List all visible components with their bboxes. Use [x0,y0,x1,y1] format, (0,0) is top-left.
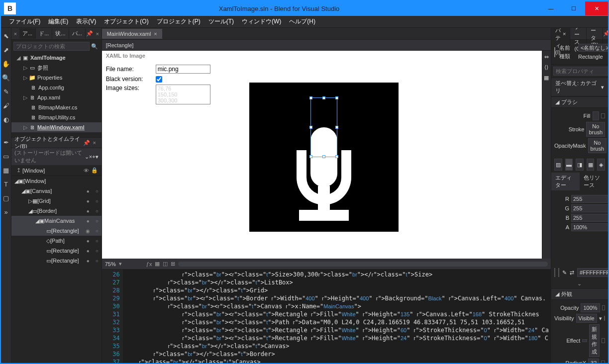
close-icon[interactable]: × [91,140,99,146]
color-resource-tab[interactable]: 色リソース [580,173,608,190]
tile-brush-tab[interactable]: ▦ [587,159,595,171]
name-input[interactable] [578,44,608,52]
tab-states[interactable]: 状... [52,28,69,39]
hex-input[interactable]: #FFFFFFFF [577,268,608,277]
eye-icon[interactable]: 👁 [83,168,91,174]
more-tool[interactable]: » [1,207,11,217]
tab-close-icon[interactable]: × [11,31,19,37]
eyedropper-tool[interactable]: ✎ [1,87,11,96]
swap-icon[interactable]: ⇄ [570,270,574,276]
expand-icon[interactable]: ⇔ [544,54,549,60]
stroke-value[interactable]: No brush [586,122,605,137]
up-icon[interactable]: ↥ [14,167,22,174]
doc-tab[interactable]: MainWindow.xaml× [102,29,162,39]
close-icon[interactable]: × [563,31,566,37]
close-panel-icon[interactable]: × [94,31,102,37]
code-editor[interactable]: 26 27 28 29 30 31 32 33 34 35 36 37 r">c… [102,270,551,364]
grid-icon[interactable]: ▦ [155,261,160,267]
radiusx-input[interactable]: 32 [588,359,599,364]
solution-name[interactable]: XamlToImage [29,55,66,61]
designer-canvas[interactable]: XAML to Image File name: Black version: … [102,51,542,259]
text-tool[interactable]: T [1,179,11,189]
eyedropper-icon[interactable]: ✎ [562,270,567,276]
menu-icon[interactable]: ▾ [96,154,99,160]
black-checkbox[interactable] [156,76,162,83]
brush-tool[interactable]: 🖌 [1,100,11,110]
object-tree[interactable]: ◢▣[Window] ◢▣[Canvas]●○ ▷▦[Grid]●○ ◢▭[Bo… [11,176,102,364]
a-input[interactable] [571,223,608,231]
button-tool[interactable]: ▢ [1,193,11,203]
current-swatch[interactable] [554,268,555,277]
menu-object[interactable]: オブジェクト(O) [100,16,152,27]
zoom-tool[interactable]: 🔍 [1,73,11,83]
menu-file[interactable]: ファイル(F) [5,16,44,27]
pin-icon[interactable]: 📌 [603,30,608,37]
tree-item[interactable]: BitmapUtility.cs [37,114,75,120]
pin-icon[interactable]: 📌 [83,140,91,146]
grid-icon[interactable]: ▦ [544,75,549,81]
pan-tool[interactable]: ✋ [1,59,11,69]
menu-edit[interactable]: 編集(E) [44,16,72,27]
editor-tab[interactable]: エディター [551,173,580,190]
resource-brush-tab[interactable]: ◈ [597,159,605,171]
tab-parts[interactable]: パ... [69,28,86,39]
lock-icon[interactable]: 🔒 [91,167,99,174]
pen-tool[interactable]: ✒ [1,137,11,147]
pin-icon[interactable]: 📌 [86,30,94,37]
prev-swatch[interactable] [558,268,559,277]
code-content[interactable]: r">class="br"><r">class="t">Size>300,300… [123,270,551,364]
close-tab-icon[interactable]: × [154,31,157,37]
visibility-select[interactable]: Visible [576,314,597,323]
gradient-brush-tab[interactable]: ◨ [576,159,584,171]
no-brush-tab[interactable]: ▨ [554,159,562,171]
section-appearance[interactable]: 外観 [561,290,572,298]
opacity-input[interactable]: 100% [581,303,600,312]
split2-icon[interactable]: ⊞ [171,261,175,267]
solid-brush-tab[interactable]: ▬ [565,159,573,171]
tree-item[interactable]: App.config [37,85,64,91]
prop-marker[interactable] [601,113,605,118]
menu-window[interactable]: ウィンドウ(W) [238,16,285,27]
property-search-input[interactable] [553,67,608,76]
timeline-root[interactable]: [Window] [22,168,83,174]
code-icon[interactable]: ⟨⟩ [544,64,548,71]
selection-handles[interactable] [310,97,337,157]
breadcrumb[interactable]: [Rectangle] [102,40,551,51]
close-button[interactable]: ✕ [585,1,608,15]
tree-item[interactable]: App.xaml [36,94,60,100]
gradient-tool[interactable]: ◐ [1,114,11,124]
dropdown-icon[interactable]: ⌄ [85,154,89,160]
grid-tool[interactable]: ▦ [1,165,11,175]
b-input[interactable] [571,214,608,222]
sizes-listbox[interactable]: 76,76150,150300,300 [156,85,210,104]
tab-doc[interactable]: ド... [36,28,52,39]
expand-brush-icon[interactable]: ⌄ [551,279,608,288]
search-icon[interactable]: 🔍 [90,43,100,50]
opacitymask-value[interactable]: No brush [588,138,607,153]
tree-item[interactable]: 参照 [36,64,48,72]
section-brush[interactable]: ブラシ [561,98,578,106]
r-input[interactable] [571,195,608,203]
effect-new-button[interactable]: 新規作成 [589,324,600,357]
minimize-button[interactable]: — [539,1,562,15]
menu-project[interactable]: プロジェクト(P) [153,16,204,27]
zoom-level[interactable]: 75% [105,261,116,267]
menu-help[interactable]: ヘルプ(H) [285,16,319,27]
solution-tree[interactable]: ◢▣XamlToImage ▷▭参照 ▷📁Properties 🗎App.con… [11,53,102,137]
maximize-button[interactable]: ☐ [562,1,585,15]
fill-swatch[interactable] [593,111,599,120]
g-input[interactable] [571,204,608,212]
menu-view[interactable]: 表示(V) [72,16,100,27]
fx-icon[interactable]: ƒx [146,261,152,267]
tree-item-active[interactable]: MainWindow.xaml [36,124,85,130]
split-icon[interactable]: ◫ [163,261,168,267]
tab-assets[interactable]: ア... [19,28,36,39]
pointer-tool[interactable]: ⬉ [1,31,11,41]
filename-input[interactable] [156,65,210,74]
tree-item[interactable]: Properties [36,75,62,81]
rectangle-tool[interactable]: ▭ [1,151,11,161]
direct-select-tool[interactable]: ⬈ [1,45,11,55]
project-search-input[interactable] [13,42,90,51]
tree-item[interactable]: BitmapMaker.cs [37,104,77,110]
menu-tools[interactable]: ツール(T) [204,16,238,27]
